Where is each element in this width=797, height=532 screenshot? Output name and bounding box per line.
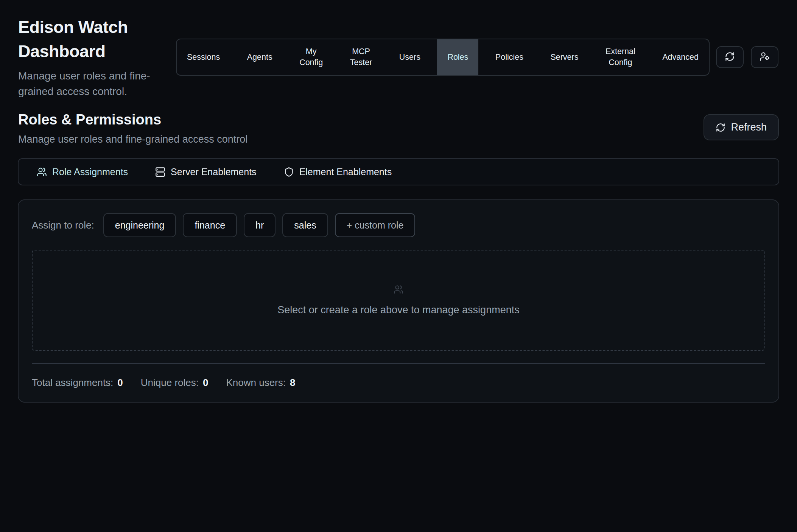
stat-label: Unique roles: — [141, 377, 199, 389]
nav-tab-label: External Config — [606, 46, 635, 68]
nav-tab-my-config[interactable]: My Config — [289, 39, 333, 75]
nav-tab-label: Roles — [447, 52, 468, 63]
nav-tab-external-config[interactable]: External Config — [595, 39, 646, 75]
empty-state: Select or create a role above to manage … — [32, 250, 765, 351]
app-subtitle: Manage user roles and fine-grained acces… — [18, 68, 154, 99]
empty-state-message: Select or create a role above to manage … — [277, 304, 519, 316]
main-nav: SessionsAgentsMy ConfigMCP TesterUsersRo… — [176, 39, 710, 76]
nav-tab-advanced[interactable]: Advanced — [652, 39, 709, 75]
nav-tab-label: My Config — [299, 46, 323, 68]
dashboard-page: Edison Watch Dashboard Manage user roles… — [0, 0, 797, 532]
stat-value: 0 — [117, 377, 123, 389]
section-head: Roles & Permissions Manage user roles an… — [18, 112, 248, 145]
server-icon — [155, 167, 165, 177]
nav-tab-label: MCP Tester — [350, 46, 372, 68]
nav-tab-sessions[interactable]: Sessions — [177, 39, 230, 75]
stat-known-users: Known users:8 — [226, 377, 295, 389]
refresh-icon — [725, 51, 735, 63]
refresh-icon — [716, 123, 725, 132]
nav-tab-label: Agents — [247, 52, 272, 63]
stat-label: Known users: — [226, 377, 286, 389]
role-chip-hr[interactable]: hr — [244, 213, 276, 237]
nav-tab-label: Servers — [550, 52, 578, 63]
tab-label: Role Assignments — [52, 166, 128, 177]
add-custom-role-button[interactable]: + custom role — [335, 213, 416, 237]
section-tabbar: Role AssignmentsServer EnablementsElemen… — [18, 158, 779, 185]
page-title: Roles & Permissions — [18, 112, 248, 128]
tab-role-assignments[interactable]: Role Assignments — [23, 159, 142, 185]
nav-user-settings-button[interactable] — [751, 46, 778, 68]
page-subtitle: Manage user roles and fine-grained acces… — [18, 134, 248, 145]
role-chips: engineeringfinancehrsales — [103, 213, 335, 237]
refresh-button-label: Refresh — [731, 121, 767, 133]
nav-tab-label: Sessions — [187, 52, 220, 63]
stat-total-assignments: Total assignments:0 — [32, 377, 123, 389]
nav-tab-roles[interactable]: Roles — [437, 39, 478, 75]
shield-icon — [284, 167, 294, 177]
tab-server-enablements[interactable]: Server Enablements — [142, 159, 270, 185]
nav-tab-label: Users — [399, 52, 420, 63]
nav-refresh-button[interactable] — [716, 46, 744, 68]
role-chip-engineering[interactable]: engineering — [103, 213, 176, 237]
users-icon — [37, 167, 47, 177]
assign-role-row: Assign to role: engineeringfinancehrsale… — [32, 213, 765, 237]
nav-tab-servers[interactable]: Servers — [540, 39, 588, 75]
header-left: Edison Watch Dashboard Manage user roles… — [18, 15, 154, 99]
nav-tab-mcp-tester[interactable]: MCP Tester — [340, 39, 383, 75]
role-chip-finance[interactable]: finance — [183, 213, 237, 237]
nav-tab-policies[interactable]: Policies — [485, 39, 534, 75]
stats-row: Total assignments:0Unique roles:0Known u… — [32, 377, 765, 389]
nav-tab-users[interactable]: Users — [389, 39, 431, 75]
tab-label: Server Enablements — [171, 166, 257, 177]
tab-element-enablements[interactable]: Element Enablements — [270, 159, 406, 185]
nav-tab-agents[interactable]: Agents — [237, 39, 283, 75]
role-chip-sales[interactable]: sales — [282, 213, 328, 237]
stat-value: 0 — [203, 377, 208, 389]
nav-actions — [716, 46, 778, 68]
role-assignments-panel: Assign to role: engineeringfinancehrsale… — [18, 199, 779, 403]
stat-label: Total assignments: — [32, 377, 113, 389]
add-custom-role-label: + custom role — [347, 220, 404, 231]
assign-to-role-label: Assign to role: — [32, 219, 94, 231]
stat-value: 8 — [290, 377, 295, 389]
tab-label: Element Enablements — [299, 166, 392, 177]
stat-unique-roles: Unique roles:0 — [141, 377, 209, 389]
user-gear-icon — [760, 51, 770, 63]
stats-divider — [32, 363, 765, 364]
app-title: Edison Watch Dashboard — [18, 15, 154, 64]
nav-tab-label: Advanced — [662, 52, 699, 63]
users-icon — [394, 285, 403, 294]
refresh-button[interactable]: Refresh — [704, 114, 779, 140]
nav-tab-label: Policies — [495, 52, 523, 63]
